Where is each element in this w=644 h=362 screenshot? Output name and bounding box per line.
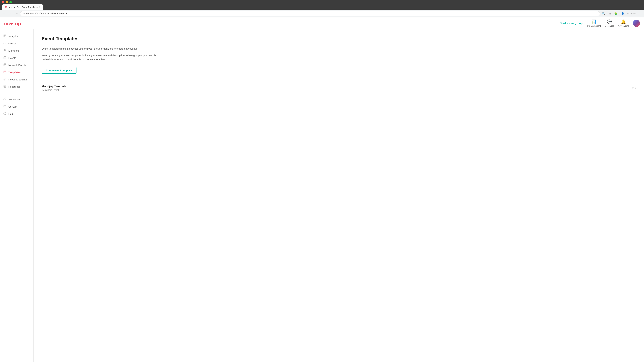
navigation-bar: ← → ↻ meetup.com/pro/moodjoy/admin/meetu… [0, 10, 644, 17]
cursor-hand-icon: ☞ [632, 86, 634, 90]
active-tab[interactable]: M Meetup Pro | Event Templates × [2, 4, 43, 10]
incognito-label: Incognito [627, 12, 636, 15]
create-event-template-button[interactable]: Create event template [42, 67, 76, 74]
svg-rect-15 [4, 71, 6, 73]
sidebar: Analytics Groups Members [0, 29, 34, 362]
bookmark-icon[interactable]: ☆ [608, 11, 612, 16]
template-list-item[interactable]: Moodjoy Template Designers Event ☞ › [42, 82, 636, 94]
page-body: Analytics Groups Members [0, 29, 644, 362]
sidebar-item-templates[interactable]: Templates [0, 69, 33, 76]
site-content: meetup Start a new group 📊 Pro Dashboard… [0, 17, 644, 362]
tab-close-button[interactable]: × [39, 6, 40, 8]
contact-icon [3, 105, 6, 109]
network-events-label: Network Events [8, 64, 26, 66]
menu-icon[interactable]: ⋮ [638, 11, 642, 16]
events-label: Events [8, 56, 16, 59]
api-guide-icon [3, 97, 6, 101]
sidebar-item-contact[interactable]: Contact [0, 103, 33, 110]
sidebar-item-analytics[interactable]: Analytics [0, 33, 33, 40]
svg-point-6 [4, 49, 5, 50]
logo[interactable]: meetup [4, 20, 21, 26]
bar-chart-icon: 📊 [592, 19, 596, 24]
svg-rect-1 [5, 35, 6, 35]
resources-icon [3, 85, 6, 89]
chevron-right-icon: › [635, 86, 636, 90]
network-settings-label: Network Settings [8, 78, 27, 81]
sidebar-item-events[interactable]: Events [0, 54, 33, 61]
templates-icon [3, 70, 6, 74]
start-new-group-link[interactable]: Start a new group [560, 22, 582, 25]
profile-icon[interactable]: 👤 [620, 11, 625, 16]
main-content: Event Templates Event templates make it … [34, 29, 644, 362]
bell-icon: 🔔 [621, 19, 626, 24]
forward-button[interactable]: → [8, 11, 13, 16]
sidebar-item-resources[interactable]: Resources [0, 83, 33, 90]
events-icon [3, 56, 6, 60]
groups-icon [3, 41, 6, 45]
message-icon: 💬 [607, 19, 612, 24]
pro-dashboard-label: Pro Dashboard [587, 25, 601, 27]
sidebar-item-members[interactable]: Members [0, 47, 33, 54]
sidebar-item-network-settings[interactable]: Network Settings [0, 76, 33, 83]
tab-bar: M Meetup Pro | Event Templates × + [0, 4, 644, 10]
sidebar-item-help[interactable]: Help [0, 110, 33, 117]
api-guide-label: API Guide [8, 98, 20, 101]
description-text-2: Start by creating an event template, inc… [42, 53, 159, 61]
user-avatar[interactable] [633, 20, 640, 27]
network-settings-icon [3, 78, 6, 81]
page-title: Event Templates [42, 36, 636, 41]
back-button[interactable]: ← [2, 11, 7, 16]
logo-text: meetup [4, 20, 21, 26]
site-header: meetup Start a new group 📊 Pro Dashboard… [0, 17, 644, 29]
address-url: meetup.com/pro/moodjoy/admin/meetups/ [23, 12, 597, 15]
extensions-icon[interactable]: 🧩 [614, 11, 618, 16]
svg-rect-2 [4, 36, 4, 37]
tab-favicon: M [5, 6, 8, 8]
tab-title: Meetup Pro | Event Templates [9, 6, 38, 8]
browser-titlebar [0, 0, 644, 4]
notifications-link[interactable]: 🔔 Notifications [618, 19, 629, 27]
svg-rect-11 [4, 64, 6, 66]
network-events-icon [3, 63, 6, 67]
notifications-label: Notifications [618, 25, 629, 27]
pro-dashboard-link[interactable]: 📊 Pro Dashboard [587, 19, 601, 27]
address-bar[interactable]: meetup.com/pro/moodjoy/admin/meetups/ [20, 11, 600, 16]
help-icon [3, 112, 6, 116]
members-icon [3, 49, 6, 53]
groups-label: Groups [8, 42, 16, 45]
analytics-label: Analytics [8, 35, 18, 38]
new-tab-button[interactable]: + [44, 5, 48, 9]
svg-point-5 [5, 42, 6, 43]
refresh-button[interactable]: ↻ [14, 11, 19, 16]
template-info: Moodjoy Template Designers Event [42, 85, 632, 91]
svg-rect-3 [5, 36, 6, 37]
template-subtitle: Designers Event [42, 89, 632, 91]
contact-label: Contact [8, 105, 17, 108]
members-label: Members [8, 49, 19, 52]
sidebar-item-groups[interactable]: Groups [0, 40, 33, 47]
description-section: Event templates make it easy for you and… [42, 47, 159, 61]
window-minimize-btn[interactable] [6, 1, 8, 3]
svg-rect-0 [4, 35, 4, 35]
resources-label: Resources [8, 85, 20, 88]
sidebar-divider [0, 93, 33, 93]
messages-label: Messages [605, 25, 614, 27]
window-close-btn[interactable] [2, 1, 4, 3]
sidebar-item-network-events[interactable]: Network Events [0, 61, 33, 69]
browser-nav-icons: 🔍 ☆ 🧩 👤 Incognito ⋮ [601, 11, 642, 16]
analytics-icon [3, 34, 6, 38]
window-maximize-btn[interactable] [10, 1, 12, 3]
messages-link[interactable]: 💬 Messages [605, 19, 614, 27]
window-controls [2, 1, 12, 3]
header-icons: 📊 Pro Dashboard 💬 Messages 🔔 Notificatio… [587, 19, 640, 27]
template-arrow[interactable]: ☞ › [632, 86, 636, 90]
sidebar-item-api-guide[interactable]: API Guide [0, 96, 33, 103]
svg-rect-7 [4, 56, 6, 59]
template-name: Moodjoy Template [42, 85, 632, 88]
search-icon[interactable]: 🔍 [601, 11, 606, 16]
svg-point-20 [4, 79, 5, 80]
help-label: Help [8, 112, 14, 115]
svg-point-4 [4, 42, 5, 43]
description-text-1: Event templates make it easy for you and… [42, 47, 159, 51]
templates-label: Templates [8, 71, 21, 74]
